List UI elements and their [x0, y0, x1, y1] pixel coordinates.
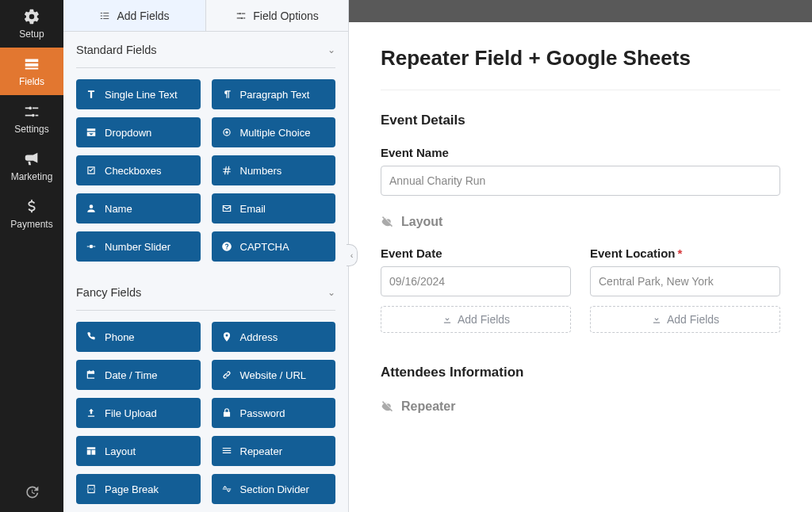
tab-add-fields[interactable]: Add Fields [63, 0, 206, 31]
field-dropdown[interactable]: Dropdown [76, 117, 201, 147]
bullhorn-icon [23, 151, 40, 168]
divider-icon [221, 483, 232, 495]
field-captcha[interactable]: CAPTCHA [212, 231, 336, 262]
label-event-location: Event Location* [590, 246, 780, 260]
label-text: Event Location [590, 246, 676, 260]
chevron-down-icon: ⌄ [327, 287, 335, 298]
field-multiple-choice[interactable]: Multiple Choice [212, 117, 336, 147]
input-event-name[interactable] [381, 166, 780, 196]
dropzone-add-fields-right[interactable]: Add Fields [590, 306, 780, 333]
field-page-break[interactable]: Page Break [76, 474, 201, 504]
fancy-fields-grid: Phone Address Date / Time Website / URL … [76, 322, 335, 512]
panel-collapse-handle[interactable]: ‹ [347, 244, 358, 266]
field-label: Paragraph Text [240, 89, 310, 101]
field-website-url[interactable]: Website / URL [212, 360, 336, 390]
field-name[interactable]: Name [76, 193, 201, 224]
rail-settings[interactable]: Settings [0, 95, 63, 143]
field-checkboxes[interactable]: Checkboxes [76, 155, 201, 185]
tab-label: Add Fields [117, 10, 169, 22]
field-section-divider[interactable]: Section Divider [212, 474, 336, 504]
history-icon [24, 484, 40, 500]
dropzone-label: Add Fields [667, 313, 719, 326]
field-label: Multiple Choice [240, 127, 311, 139]
rail-label: Payments [10, 219, 52, 230]
tab-field-options[interactable]: Field Options [206, 0, 348, 31]
dropdown-icon [86, 127, 97, 138]
field-paragraph-text[interactable]: Paragraph Text [212, 79, 336, 109]
field-label: Single Line Text [105, 89, 178, 101]
rail-label: Fields [19, 76, 44, 87]
field-label: Date / Time [105, 369, 157, 381]
field-repeater[interactable]: Repeater [212, 436, 336, 466]
field-numbers[interactable]: Numbers [212, 155, 336, 185]
paragraph-icon [221, 89, 232, 100]
section-title: Standard Fields [76, 44, 157, 56]
col-event-location: Event Location* Add Fields [590, 229, 780, 333]
field-single-line-text[interactable]: Single Line Text [76, 79, 201, 109]
field-label: Numbers [240, 165, 282, 177]
rail-payments[interactable]: Payments [0, 190, 63, 238]
field-label: Section Divider [240, 483, 309, 495]
section-fancy-fields[interactable]: Fancy Fields ⌄ [76, 274, 335, 311]
layout-icon [86, 445, 97, 457]
repeater-label: Repeater [401, 399, 455, 414]
page-break-icon [86, 483, 97, 495]
form-title: Repeater Field + Google Sheets [381, 46, 780, 90]
field-label: CAPTCHA [240, 241, 289, 253]
eye-off-icon [381, 215, 395, 229]
field-label: Repeater [240, 445, 282, 457]
field-label: Password [240, 407, 285, 419]
field-label: Name [105, 203, 132, 215]
dropzone-label: Add Fields [458, 313, 510, 326]
input-event-date[interactable] [381, 266, 571, 296]
tab-label: Field Options [253, 10, 318, 22]
field-email[interactable]: Email [212, 193, 336, 224]
lock-icon [221, 407, 232, 418]
slider-icon [86, 241, 97, 252]
field-label: Checkboxes [105, 165, 162, 177]
input-event-location[interactable] [590, 266, 780, 296]
field-file-upload[interactable]: File Upload [76, 398, 201, 428]
label-event-date: Event Date [381, 246, 571, 260]
required-asterisk: * [678, 246, 683, 260]
rail-marketing[interactable]: Marketing [0, 143, 63, 190]
form-preview: Repeater Field + Google Sheets Event Det… [349, 22, 812, 512]
layout-label: Layout [401, 215, 442, 229]
download-icon [442, 314, 453, 325]
field-phone[interactable]: Phone [76, 322, 201, 352]
link-icon [221, 369, 232, 380]
rail-label: Marketing [11, 171, 53, 182]
repeater-icon [221, 445, 232, 457]
layout-columns: Event Date Add Fields Event Location* Ad… [381, 229, 780, 333]
field-label: Address [240, 331, 278, 343]
rail-fields[interactable]: Fields [0, 48, 63, 95]
field-number-slider[interactable]: Number Slider [76, 231, 201, 262]
sliders-icon [23, 103, 40, 120]
question-icon [221, 241, 232, 252]
field-password[interactable]: Password [212, 398, 336, 428]
preview-outer: Repeater Field + Google Sheets Event Det… [349, 0, 812, 512]
checkbox-icon [86, 165, 97, 176]
dropzone-add-fields-left[interactable]: Add Fields [381, 306, 571, 333]
rail-label: Settings [14, 124, 48, 135]
standard-fields-grid: Single Line Text Paragraph Text Dropdown… [76, 79, 335, 269]
section-standard-fields[interactable]: Standard Fields ⌄ [76, 32, 335, 68]
fields-panel: Add Fields Field Options Standard Fields… [63, 0, 349, 512]
field-label: Number Slider [105, 241, 170, 253]
sliders-icon [236, 10, 247, 21]
field-layout[interactable]: Layout [76, 436, 201, 466]
field-label: Website / URL [240, 369, 307, 381]
field-label: Layout [105, 445, 136, 457]
radio-icon [221, 127, 232, 138]
field-address[interactable]: Address [212, 322, 336, 352]
field-label: Dropdown [105, 127, 151, 139]
user-icon [86, 203, 97, 214]
upload-icon [86, 407, 97, 418]
rail-setup[interactable]: Setup [0, 0, 63, 48]
field-label: Page Break [105, 483, 159, 495]
download-icon [651, 314, 662, 325]
field-date-time[interactable]: Date / Time [76, 360, 201, 390]
rail-history[interactable] [0, 472, 63, 512]
rail-label: Setup [19, 29, 44, 40]
panel-body: Standard Fields ⌄ Single Line Text Parag… [63, 32, 348, 512]
